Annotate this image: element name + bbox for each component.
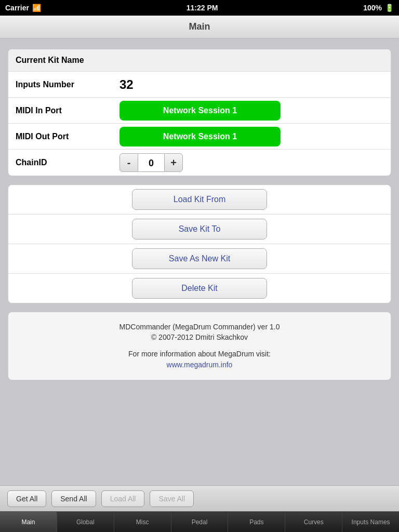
status-bar: Carrier 📶 11:22 PM 100% 🔋 <box>0 0 399 16</box>
status-right: 100% 🔋 <box>363 4 394 12</box>
inputs-number-row: Inputs Number 32 <box>8 72 391 98</box>
chain-id-plus-button[interactable]: + <box>164 153 183 172</box>
tab-misc[interactable]: Misc <box>114 512 171 532</box>
tab-global[interactable]: Global <box>57 512 114 532</box>
chain-id-stepper: - 0 + <box>119 153 183 172</box>
nav-title: Main <box>189 21 210 32</box>
info-line3: For more information about MegaDrum visi… <box>19 350 380 358</box>
carrier-label: Carrier <box>5 4 29 12</box>
load-kit-from-button[interactable]: Load Kit From <box>132 189 267 210</box>
save-as-new-kit-button[interactable]: Save As New Kit <box>132 248 267 269</box>
chain-id-row: ChainID - 0 + <box>8 150 391 176</box>
get-all-button[interactable]: Get All <box>7 490 46 507</box>
battery-icon: 🔋 <box>385 4 394 12</box>
save-kit-to-button[interactable]: Save Kit To <box>132 219 267 240</box>
tab-inputs-names[interactable]: Inputs Names <box>342 512 399 532</box>
current-kit-name-label: Current Kit Name <box>16 56 84 64</box>
midi-in-row: MIDI In Port Network Session 1 <box>8 98 391 124</box>
tab-pedal[interactable]: Pedal <box>171 512 229 532</box>
midi-out-row: MIDI Out Port Network Session 1 <box>8 124 391 150</box>
delete-kit-button[interactable]: Delete Kit <box>132 278 267 299</box>
kit-actions-card: Load Kit From Save Kit To Save As New Ki… <box>8 184 391 303</box>
current-kit-name-row: Current Kit Name <box>8 49 391 72</box>
nav-bar: Main <box>0 16 399 38</box>
status-time: 11:22 PM <box>187 4 218 12</box>
midi-in-button[interactable]: Network Session 1 <box>119 101 281 121</box>
inputs-number-label: Inputs Number <box>16 80 119 89</box>
info-line2: © 2007-2012 Dmitri Skachkov <box>19 333 380 341</box>
load-all-button[interactable]: Load All <box>101 490 145 507</box>
delete-kit-row: Delete Kit <box>8 274 391 303</box>
midi-out-label: MIDI Out Port <box>16 132 119 141</box>
info-link[interactable]: www.megadrum.info <box>167 361 233 369</box>
tab-curves[interactable]: Curves <box>285 512 342 532</box>
info-line1: MDCommander (MegaDrum Commander) ver 1.0 <box>19 323 380 331</box>
info-card: MDCommander (MegaDrum Commander) ver 1.0… <box>8 312 391 380</box>
tab-main[interactable]: Main <box>0 512 57 532</box>
battery-label: 100% <box>363 4 382 12</box>
inputs-number-value: 32 <box>119 77 134 92</box>
save-as-new-kit-row: Save As New Kit <box>8 244 391 274</box>
tab-pads[interactable]: Pads <box>228 512 285 532</box>
midi-out-button[interactable]: Network Session 1 <box>119 127 281 147</box>
save-kit-to-row: Save Kit To <box>8 215 391 244</box>
kit-info-card: Current Kit Name Inputs Number 32 MIDI I… <box>8 49 391 176</box>
tab-bar: Main Global Misc Pedal Pads Curves Input… <box>0 511 399 532</box>
status-left: Carrier 📶 <box>5 4 41 12</box>
load-kit-row: Load Kit From <box>8 185 391 215</box>
save-all-button[interactable]: Save All <box>150 490 194 507</box>
chain-id-label: ChainID <box>16 158 119 167</box>
main-content: Current Kit Name Inputs Number 32 MIDI I… <box>0 38 399 485</box>
wifi-icon: 📶 <box>32 4 41 12</box>
toolbar: Get All Send All Load All Save All <box>0 485 399 511</box>
send-all-button[interactable]: Send All <box>51 490 96 507</box>
chain-id-minus-button[interactable]: - <box>119 153 138 172</box>
chain-id-value: 0 <box>138 153 164 172</box>
midi-in-label: MIDI In Port <box>16 106 119 115</box>
